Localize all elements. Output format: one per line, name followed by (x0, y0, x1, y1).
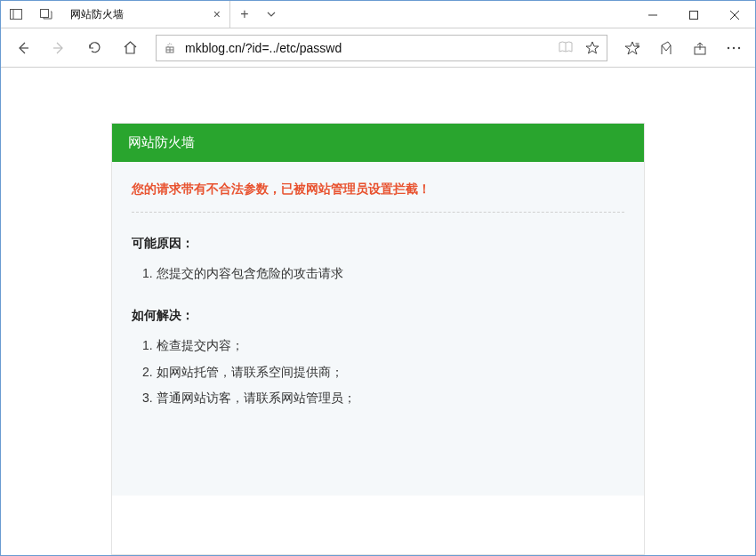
svg-marker-13 (586, 42, 599, 53)
list-item: 您提交的内容包含危险的攻击请求 (137, 261, 624, 286)
home-button[interactable] (113, 31, 147, 65)
card-body: 您的请求带有不合法参数，已被网站管理员设置拦截！ 可能原因： 您提交的内容包含危… (112, 162, 644, 496)
new-tab-button[interactable]: + (230, 1, 259, 28)
list-item: 普通网站访客，请联系网站管理员； (137, 385, 624, 411)
notes-button[interactable] (650, 31, 682, 65)
svg-point-20 (728, 46, 729, 48)
solve-list: 检查提交内容； 如网站托管，请联系空间提供商； 普通网站访客，请联系网站管理员； (132, 333, 624, 411)
forward-button[interactable] (42, 31, 76, 65)
svg-rect-2 (41, 10, 49, 18)
back-button[interactable] (6, 31, 40, 65)
url-text: mkblog.cn/?id=../etc/passwd (185, 41, 550, 55)
reason-heading: 可能原因： (132, 236, 624, 252)
list-item: 如网站托管，请联系空间提供商； (137, 359, 624, 385)
titlebar-left (1, 1, 61, 28)
address-bar[interactable]: mkblog.cn/?id=../etc/passwd (156, 35, 607, 61)
minimize-button[interactable] (632, 1, 673, 28)
tab-close-button[interactable]: × (213, 7, 221, 21)
more-button[interactable] (718, 31, 750, 65)
favorites-button[interactable] (616, 31, 648, 65)
card-header: 网站防火墙 (112, 124, 644, 162)
refresh-button[interactable] (77, 31, 111, 65)
svg-point-22 (738, 46, 740, 48)
reading-view-icon[interactable] (559, 41, 573, 54)
svg-point-21 (733, 46, 735, 48)
browser-tab[interactable]: 网站防火墙 × (61, 1, 230, 28)
tab-aside-button[interactable] (1, 1, 31, 28)
tab-title: 网站防火墙 (70, 7, 205, 22)
svg-rect-0 (11, 10, 22, 20)
close-window-button[interactable] (714, 1, 755, 28)
solve-heading: 如何解决： (132, 308, 624, 324)
browser-window: 网站防火墙 × + (0, 0, 756, 556)
alert-message: 您的请求带有不合法参数，已被网站管理员设置拦截！ (132, 181, 624, 213)
list-item: 检查提交内容； (137, 333, 624, 359)
maximize-button[interactable] (673, 1, 714, 28)
reason-list: 您提交的内容包含危险的攻击请求 (132, 261, 624, 286)
favorite-icon[interactable] (585, 41, 599, 54)
navbar: mkblog.cn/?id=../etc/passwd (1, 28, 755, 68)
firewall-card: 网站防火墙 您的请求带有不合法参数，已被网站管理员设置拦截！ 可能原因： 您提交… (111, 123, 645, 555)
tab-activity-button[interactable] (31, 1, 61, 28)
window-controls (632, 1, 755, 28)
tabs-dropdown-button[interactable] (259, 1, 284, 28)
titlebar: 网站防火墙 × + (1, 1, 755, 28)
page-content: 网站防火墙 您的请求带有不合法参数，已被网站管理员设置拦截！ 可能原因： 您提交… (1, 68, 755, 555)
share-button[interactable] (684, 31, 716, 65)
svg-rect-4 (690, 11, 698, 19)
site-info-icon[interactable] (164, 42, 176, 54)
